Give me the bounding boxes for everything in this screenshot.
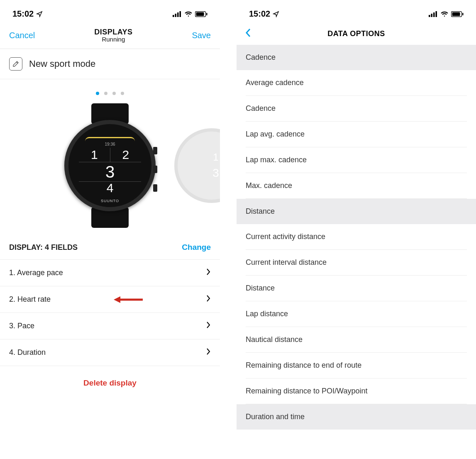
chevron-right-icon (206, 321, 211, 331)
displays-screen: 15:02 Cancel DISPLAYS Running Save New s… (0, 0, 220, 459)
watch-preview-next[interactable]: 1 3 (174, 128, 220, 203)
status-time: 15:02 (12, 9, 34, 19)
wifi-icon (440, 11, 449, 17)
status-time-wrap: 15:02 (249, 9, 279, 19)
chevron-right-icon (206, 295, 211, 304)
status-icons (429, 11, 464, 17)
location-icon (36, 11, 43, 17)
location-icon (273, 11, 279, 17)
nav-header: Cancel DISPLAYS Running Save (0, 23, 220, 49)
edit-icon (9, 57, 22, 71)
chevron-right-icon (206, 268, 211, 278)
svg-rect-6 (206, 13, 207, 15)
options-title: DATA OPTIONS (246, 29, 467, 38)
cellular-icon (173, 11, 182, 17)
cellular-icon (429, 11, 438, 17)
option-nautical-distance[interactable]: Nautical distance (246, 327, 467, 353)
display-section-header: DISPLAY: 4 FIELDS Change (0, 232, 220, 260)
options-header: DATA OPTIONS (237, 23, 476, 45)
option-current-interval-distance[interactable]: Current interval distance (246, 250, 467, 276)
option-max-cadence[interactable]: Max. cadence (246, 173, 467, 199)
watch-field-1: 1 (79, 148, 110, 162)
field-label: 3. Pace (9, 322, 34, 330)
svg-rect-13 (462, 13, 464, 15)
nav-subtitle: Running (94, 36, 132, 43)
section-header-distance: Distance (237, 199, 476, 224)
status-icons (173, 11, 207, 17)
option-cadence[interactable]: Cadence (246, 96, 467, 122)
svg-rect-12 (452, 12, 460, 16)
svg-rect-5 (196, 12, 204, 16)
option-lap-avg-cadence[interactable]: Lap avg. cadence (246, 122, 467, 147)
watch-face-grid: 19:36 1 2 3 4 (79, 134, 141, 197)
display-section-title: DISPLAY: 4 FIELDS (9, 243, 78, 252)
watch-time: 19:36 (105, 142, 115, 146)
status-bar: 15:02 (237, 0, 476, 23)
dot-1[interactable] (96, 92, 99, 95)
svg-rect-10 (436, 11, 437, 17)
wifi-icon (184, 11, 193, 17)
watch-face: 19:36 1 2 3 4 SUUNTO (64, 120, 156, 211)
option-lap-max-cadence[interactable]: Lap max. cadence (246, 147, 467, 173)
data-options-screen: 15:02 DATA OPTIONS Cadence Average caden… (237, 0, 476, 459)
field-label: 2. Heart rate (9, 295, 51, 304)
svg-rect-1 (175, 14, 177, 17)
nav-title-wrap: DISPLAYS Running (94, 28, 132, 43)
change-button[interactable]: Change (182, 243, 211, 252)
section-header-duration: Duration and time (237, 404, 476, 430)
status-time-wrap: 15:02 (12, 9, 43, 19)
options-list: Cadence Average cadence Cadence Lap avg.… (237, 45, 476, 430)
option-average-cadence[interactable]: Average cadence (246, 70, 467, 96)
watch-arc-icon (85, 137, 135, 141)
watch-crown-icon (153, 166, 157, 173)
option-lap-distance[interactable]: Lap distance (246, 301, 467, 327)
svg-rect-8 (431, 14, 433, 17)
field-row-3[interactable]: 3. Pace (0, 313, 220, 339)
field-row-4[interactable]: 4. Duration (0, 339, 220, 366)
watch-field-3: 3 (79, 163, 141, 182)
cancel-button[interactable]: Cancel (9, 31, 35, 40)
watch-side-field-1: 1 (178, 151, 220, 163)
nav-title: DISPLAYS (94, 28, 132, 37)
watch-brand: SUUNTO (101, 199, 119, 203)
field-label: 1. Average pace (9, 269, 63, 277)
dot-4[interactable] (121, 92, 124, 95)
dot-2[interactable] (104, 92, 107, 95)
watch-preview[interactable]: 19:36 1 2 3 4 SUUNTO 1 3 (0, 99, 220, 232)
dot-3[interactable] (112, 92, 116, 95)
annotation-arrow-icon (114, 295, 143, 304)
save-button[interactable]: Save (192, 31, 211, 40)
option-distance[interactable]: Distance (246, 276, 467, 301)
field-label: 4. Duration (9, 348, 46, 357)
page-dots (0, 79, 220, 99)
delete-display-button[interactable]: Delete display (0, 366, 220, 400)
option-remaining-distance-route[interactable]: Remaining distance to end of route (246, 353, 467, 378)
battery-icon (195, 11, 207, 17)
chevron-left-icon (245, 28, 251, 38)
field-row-1[interactable]: 1. Average pace (0, 260, 220, 286)
svg-rect-0 (173, 15, 174, 17)
svg-rect-2 (177, 12, 179, 17)
battery-icon (451, 11, 464, 17)
watch-wrap: 19:36 1 2 3 4 SUUNTO (64, 120, 156, 211)
watch-crown-icon (153, 184, 157, 192)
watch-side-field-2: 3 (178, 166, 220, 180)
svg-rect-9 (433, 12, 435, 17)
sport-mode-label: New sport mode (29, 59, 95, 69)
svg-rect-7 (429, 15, 430, 17)
svg-rect-3 (180, 11, 181, 17)
option-current-activity-distance[interactable]: Current activity distance (246, 224, 467, 250)
watch-field-4: 4 (79, 181, 141, 195)
watch-crown-icon (153, 147, 157, 154)
chevron-right-icon (206, 348, 211, 357)
status-bar: 15:02 (0, 0, 220, 23)
option-remaining-distance-poi[interactable]: Remaining distance to POI/Waypoint (246, 378, 467, 404)
section-header-cadence: Cadence (237, 45, 476, 70)
watch-field-2: 2 (110, 148, 142, 162)
back-button[interactable] (245, 27, 251, 41)
status-time: 15:02 (249, 9, 270, 19)
field-row-2[interactable]: 2. Heart rate (0, 286, 220, 313)
sport-mode-row[interactable]: New sport mode (0, 49, 220, 79)
